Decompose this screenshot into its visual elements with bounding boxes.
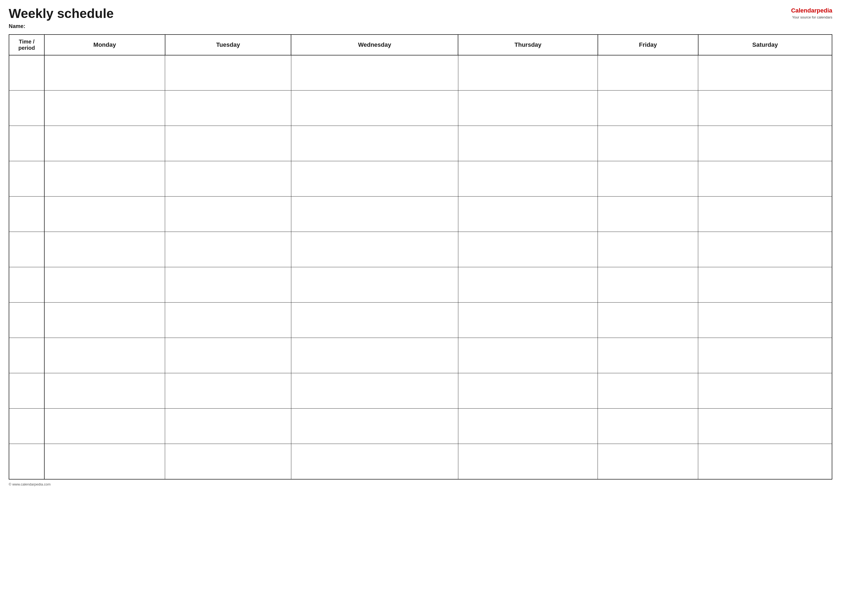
cell-saturday[interactable] bbox=[698, 126, 832, 161]
cell-monday[interactable] bbox=[44, 373, 165, 409]
cell-tuesday[interactable] bbox=[165, 302, 291, 338]
cell-saturday[interactable] bbox=[698, 55, 832, 91]
time-cell[interactable] bbox=[9, 161, 44, 197]
cell-wednesday[interactable] bbox=[291, 55, 458, 91]
cell-friday[interactable] bbox=[598, 55, 698, 91]
cell-friday[interactable] bbox=[598, 444, 698, 479]
cell-friday[interactable] bbox=[598, 338, 698, 373]
cell-thursday[interactable] bbox=[458, 338, 598, 373]
table-row bbox=[9, 409, 832, 444]
cell-saturday[interactable] bbox=[698, 91, 832, 126]
cell-wednesday[interactable] bbox=[291, 302, 458, 338]
cell-friday[interactable] bbox=[598, 302, 698, 338]
cell-monday[interactable] bbox=[44, 91, 165, 126]
cell-tuesday[interactable] bbox=[165, 409, 291, 444]
cell-wednesday[interactable] bbox=[291, 444, 458, 479]
cell-monday[interactable] bbox=[44, 338, 165, 373]
cell-wednesday[interactable] bbox=[291, 232, 458, 267]
col-header-monday: Monday bbox=[44, 35, 165, 55]
table-row bbox=[9, 126, 832, 161]
table-row bbox=[9, 267, 832, 302]
cell-wednesday[interactable] bbox=[291, 338, 458, 373]
cell-tuesday[interactable] bbox=[165, 267, 291, 302]
time-cell[interactable] bbox=[9, 267, 44, 302]
table-row bbox=[9, 55, 832, 91]
cell-tuesday[interactable] bbox=[165, 91, 291, 126]
cell-saturday[interactable] bbox=[698, 409, 832, 444]
cell-tuesday[interactable] bbox=[165, 126, 291, 161]
table-row bbox=[9, 161, 832, 197]
cell-monday[interactable] bbox=[44, 161, 165, 197]
cell-tuesday[interactable] bbox=[165, 161, 291, 197]
cell-tuesday[interactable] bbox=[165, 338, 291, 373]
time-cell[interactable] bbox=[9, 302, 44, 338]
col-header-time: Time / period bbox=[9, 35, 44, 55]
cell-thursday[interactable] bbox=[458, 91, 598, 126]
cell-tuesday[interactable] bbox=[165, 373, 291, 409]
table-row bbox=[9, 373, 832, 409]
cell-friday[interactable] bbox=[598, 197, 698, 232]
logo-calendar: Calendar bbox=[791, 7, 816, 14]
cell-wednesday[interactable] bbox=[291, 91, 458, 126]
cell-friday[interactable] bbox=[598, 409, 698, 444]
cell-monday[interactable] bbox=[44, 444, 165, 479]
cell-saturday[interactable] bbox=[698, 161, 832, 197]
time-cell[interactable] bbox=[9, 232, 44, 267]
cell-thursday[interactable] bbox=[458, 232, 598, 267]
cell-monday[interactable] bbox=[44, 267, 165, 302]
cell-thursday[interactable] bbox=[458, 444, 598, 479]
table-header-row: Time / period Monday Tuesday Wednesday T… bbox=[9, 35, 832, 55]
cell-tuesday[interactable] bbox=[165, 55, 291, 91]
cell-monday[interactable] bbox=[44, 409, 165, 444]
cell-monday[interactable] bbox=[44, 126, 165, 161]
time-cell[interactable] bbox=[9, 373, 44, 409]
cell-saturday[interactable] bbox=[698, 302, 832, 338]
cell-thursday[interactable] bbox=[458, 302, 598, 338]
cell-saturday[interactable] bbox=[698, 267, 832, 302]
footer-url: © www.calendarpedia.com bbox=[9, 482, 51, 486]
cell-wednesday[interactable] bbox=[291, 373, 458, 409]
cell-friday[interactable] bbox=[598, 373, 698, 409]
cell-wednesday[interactable] bbox=[291, 126, 458, 161]
cell-wednesday[interactable] bbox=[291, 409, 458, 444]
cell-thursday[interactable] bbox=[458, 55, 598, 91]
cell-thursday[interactable] bbox=[458, 126, 598, 161]
time-cell[interactable] bbox=[9, 55, 44, 91]
cell-thursday[interactable] bbox=[458, 409, 598, 444]
cell-thursday[interactable] bbox=[458, 197, 598, 232]
cell-tuesday[interactable] bbox=[165, 197, 291, 232]
cell-monday[interactable] bbox=[44, 197, 165, 232]
cell-wednesday[interactable] bbox=[291, 267, 458, 302]
time-cell[interactable] bbox=[9, 91, 44, 126]
cell-friday[interactable] bbox=[598, 126, 698, 161]
cell-saturday[interactable] bbox=[698, 232, 832, 267]
time-cell[interactable] bbox=[9, 444, 44, 479]
cell-thursday[interactable] bbox=[458, 373, 598, 409]
cell-wednesday[interactable] bbox=[291, 161, 458, 197]
col-header-tuesday: Tuesday bbox=[165, 35, 291, 55]
schedule-body bbox=[9, 55, 832, 479]
cell-saturday[interactable] bbox=[698, 197, 832, 232]
cell-saturday[interactable] bbox=[698, 338, 832, 373]
time-cell[interactable] bbox=[9, 197, 44, 232]
name-label: Name: bbox=[9, 23, 832, 29]
cell-friday[interactable] bbox=[598, 161, 698, 197]
table-row bbox=[9, 91, 832, 126]
time-cell[interactable] bbox=[9, 338, 44, 373]
cell-saturday[interactable] bbox=[698, 373, 832, 409]
cell-friday[interactable] bbox=[598, 267, 698, 302]
cell-friday[interactable] bbox=[598, 232, 698, 267]
cell-monday[interactable] bbox=[44, 55, 165, 91]
cell-monday[interactable] bbox=[44, 232, 165, 267]
time-cell[interactable] bbox=[9, 126, 44, 161]
cell-thursday[interactable] bbox=[458, 267, 598, 302]
col-header-saturday: Saturday bbox=[698, 35, 832, 55]
cell-thursday[interactable] bbox=[458, 161, 598, 197]
cell-saturday[interactable] bbox=[698, 444, 832, 479]
cell-friday[interactable] bbox=[598, 91, 698, 126]
cell-monday[interactable] bbox=[44, 302, 165, 338]
cell-tuesday[interactable] bbox=[165, 232, 291, 267]
cell-wednesday[interactable] bbox=[291, 197, 458, 232]
cell-tuesday[interactable] bbox=[165, 444, 291, 479]
time-cell[interactable] bbox=[9, 409, 44, 444]
